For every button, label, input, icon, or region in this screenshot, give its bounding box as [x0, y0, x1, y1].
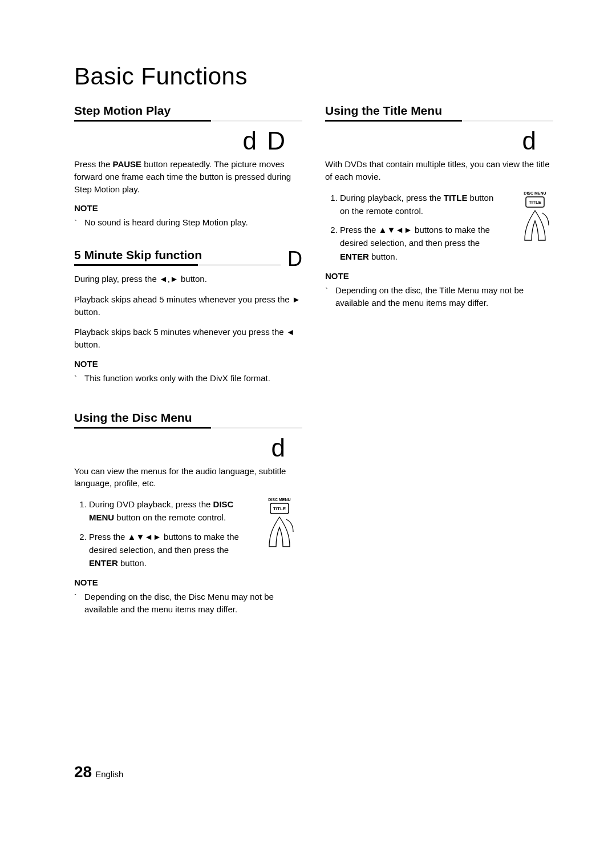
- title-menu-heading: Using the Title Menu: [325, 104, 553, 122]
- text-fragment: button.: [179, 274, 207, 284]
- disc-menu-intro: You can view the menus for the audio lan…: [74, 465, 302, 490]
- nav-arrows: ▲▼◄►: [379, 225, 412, 235]
- remote-label-top: DISC MENU: [524, 191, 546, 195]
- skip-note: This function works only with the DivX f…: [74, 372, 302, 385]
- disc-menu-icon-row: d: [74, 435, 302, 461]
- nav-arrows: ▲▼◄►: [128, 532, 161, 542]
- disc-menu-note: Depending on the disc, the Disc Menu may…: [74, 591, 302, 616]
- text-fragment: During DVD playback, press the: [89, 499, 213, 509]
- right-column: Using the Title Menu d With DVDs that co…: [325, 104, 553, 624]
- remote-label-top: DISC MENU: [268, 498, 290, 502]
- title-menu-intro: With DVDs that contain multiple titles, …: [325, 158, 553, 183]
- skip-line3: Playback skips back 5 minutes whenever y…: [74, 326, 302, 351]
- left-column: Step Motion Play d D Press the PAUSE but…: [74, 104, 302, 624]
- title-menu-step-2: Press the ▲▼◄► buttons to make the desir…: [340, 223, 553, 263]
- dvd-icon: d: [522, 128, 536, 154]
- page-title: Basic Functions: [74, 63, 553, 90]
- remote-label-title: TITLE: [273, 506, 286, 511]
- disc-menu-heading: Using the Disc Menu: [74, 411, 302, 429]
- dvd-icon: d: [243, 128, 257, 154]
- note-label: NOTE: [74, 203, 302, 213]
- title-menu-note: Depending on the disc, the Title Menu ma…: [325, 284, 553, 309]
- footer-lang: English: [95, 769, 123, 779]
- step-motion-icons: d D: [74, 128, 302, 154]
- remote-label-title: TITLE: [529, 200, 542, 205]
- step-motion-body: Press the PAUSE button repeatedly. The p…: [74, 158, 302, 195]
- note-label: NOTE: [74, 578, 302, 587]
- text-fragment: button.: [118, 558, 147, 568]
- skip-line2: Playback skips ahead 5 minutes whenever …: [74, 293, 302, 318]
- title-menu-step-1: During playback, press the TITLE button …: [340, 191, 553, 218]
- divx-icon: D: [287, 249, 302, 269]
- skip-heading: 5 Minute Skip function: [74, 248, 281, 266]
- text-fragment: During playback, press the: [340, 193, 444, 203]
- text-fragment: Press the: [89, 532, 128, 542]
- disc-menu-step-1: During DVD playback, press the DISC MENU…: [89, 498, 302, 524]
- title-menu-icon-row: d: [325, 128, 553, 154]
- disc-menu-steps: During DVD playback, press the DISC MENU…: [74, 498, 302, 570]
- dvd-icon: d: [271, 435, 285, 461]
- page-footer: 28English: [74, 763, 123, 781]
- text-fragment: During play, press the: [74, 274, 159, 284]
- text-fragment: Press the: [340, 225, 379, 235]
- disc-menu-step-2: Press the ▲▼◄► buttons to make the desir…: [89, 530, 302, 570]
- text-fragment: button on the remote control.: [114, 512, 226, 522]
- title-menu-steps: During playback, press the TITLE button …: [325, 191, 553, 263]
- page-number: 28: [74, 763, 92, 781]
- skip-line1: During play, press the ◄,► button.: [74, 273, 302, 285]
- text-fragment: button.: [369, 252, 398, 261]
- title-key: TITLE: [444, 193, 468, 203]
- left-right-arrows: ◄,►: [159, 274, 179, 284]
- step-motion-note: No sound is heard during Step Motion pla…: [74, 216, 302, 229]
- enter-key: ENTER: [89, 558, 118, 568]
- divx-icon: D: [267, 128, 285, 154]
- enter-key: ENTER: [340, 252, 369, 261]
- note-label: NOTE: [74, 359, 302, 369]
- note-label: NOTE: [325, 271, 553, 281]
- step-motion-heading: Step Motion Play: [74, 104, 302, 122]
